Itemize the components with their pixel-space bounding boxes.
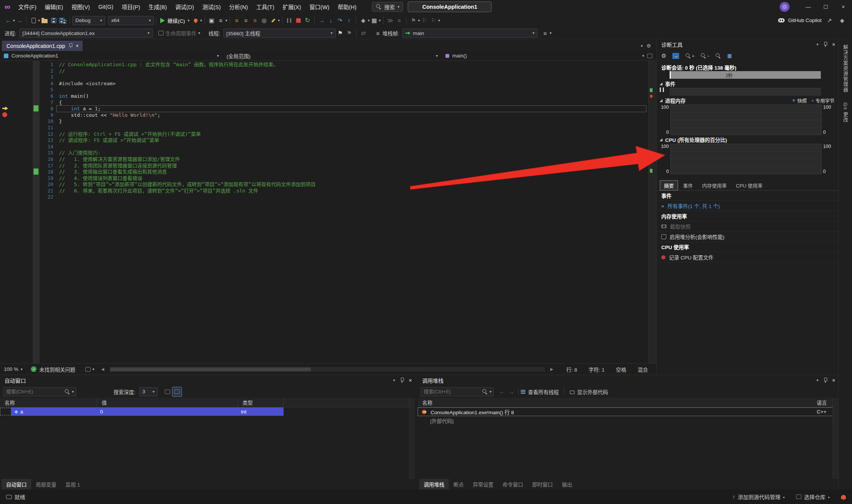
account-avatar[interactable] <box>780 2 790 12</box>
wrench-icon[interactable] <box>269 16 278 25</box>
razor-icon[interactable]: ◈ <box>359 16 368 25</box>
variable-value[interactable]: 0 <box>97 407 238 416</box>
menu-analyze[interactable]: 分析(N) <box>225 0 252 13</box>
search-options-dropdown-icon[interactable]: ▾ <box>490 390 491 394</box>
autos-row-selected[interactable]: ◆ a 0 int <box>0 407 415 416</box>
export-icon[interactable]: → <box>672 53 679 59</box>
tab-exception-settings[interactable]: 异常设置 <box>468 479 498 490</box>
call-stack-frame-current[interactable]: ConsoleApplication1.exe!main() 行 8 C++ <box>418 407 838 416</box>
scroll-left-icon[interactable]: ◀ <box>98 365 107 374</box>
menu-window[interactable]: 窗口(W) <box>305 0 333 13</box>
tools-dropdown-icon[interactable]: ▾ <box>278 19 280 22</box>
menu-git[interactable]: Git(G) <box>94 0 117 13</box>
cpu-section-header[interactable]: ◢ CPU (所有处理器的百分比) <box>657 135 838 144</box>
show-next-statement-icon[interactable]: → <box>317 16 326 25</box>
task-list-icon[interactable]: ≡ <box>250 16 260 25</box>
tab-immediate-window[interactable]: 即时窗口 <box>528 479 557 490</box>
save-all-icon[interactable] <box>58 16 67 25</box>
zoom-dropdown[interactable]: 100 %▾ <box>4 366 22 372</box>
indent-increase-icon[interactable]: ≫ <box>386 16 395 25</box>
thread-dropdown[interactable]: [35660] 主线程▾ <box>223 29 336 38</box>
call-stack-search-input[interactable] <box>423 388 480 395</box>
new-file-icon[interactable] <box>29 16 38 25</box>
stop-debugging-icon[interactable] <box>294 16 303 25</box>
notification-bell-icon[interactable] <box>841 495 846 499</box>
column-value[interactable]: 值 <box>97 398 238 407</box>
session-timeline[interactable]: 2秒 <box>670 71 821 79</box>
navigate-forward-icon[interactable]: → <box>15 16 24 25</box>
document-health-indicator[interactable]: ✓ 未找到相关问题 <box>31 366 75 373</box>
restart-icon[interactable]: ↻ <box>303 16 312 25</box>
window-position-dropdown-icon[interactable]: ▾ <box>817 43 818 46</box>
column-name[interactable]: 名称 <box>0 398 97 407</box>
pin-icon[interactable] <box>823 377 828 383</box>
events-section-header[interactable]: ◢ 事件 <box>657 79 838 88</box>
stack-options-icon[interactable]: ≡ <box>541 29 550 38</box>
sidebar-tab-solution-explorer[interactable]: 解决方案资源管理器 <box>842 45 849 92</box>
add-to-source-control-button[interactable]: ↑ 添加到源代码管理 ▴ <box>732 493 785 501</box>
window-position-dropdown-icon[interactable]: ▾ <box>393 378 395 382</box>
autos-search-box[interactable]: ▾ <box>3 387 76 396</box>
column-type[interactable]: 类型 <box>238 398 284 407</box>
bookmark-prev-icon[interactable]: ⚐ <box>420 16 429 25</box>
pin-icon[interactable] <box>400 377 404 383</box>
chart-options-icon[interactable]: ▦ <box>727 53 732 59</box>
tab-events[interactable]: 事件 <box>679 180 697 191</box>
close-tab-icon[interactable]: × <box>76 43 79 49</box>
sidebar-tab-git-changes[interactable]: Git 更改 <box>842 102 849 122</box>
open-folder-icon[interactable] <box>40 16 49 25</box>
space-indicator[interactable]: 空格 <box>616 366 626 373</box>
tab-list-dropdown-icon[interactable]: ▾ <box>641 44 643 48</box>
call-stack-frame-external[interactable]: [外部代码] <box>418 416 838 425</box>
maximize-button[interactable]: ☐ <box>817 0 834 13</box>
frame-forward-icon[interactable]: → <box>507 387 516 396</box>
tab-autos[interactable]: 自动窗口 <box>2 479 31 490</box>
flag-threads-icon[interactable]: ⚑ <box>336 29 345 38</box>
column-name[interactable]: 名称 <box>418 398 808 407</box>
frame-back-icon[interactable]: ← <box>498 387 507 396</box>
pin-tab-icon[interactable] <box>68 43 73 49</box>
search-box[interactable]: 搜索 ▾ <box>372 2 403 12</box>
select-repository-button[interactable]: 选择仓库 ▴ <box>796 493 830 501</box>
github-copilot-button[interactable]: GitHub Copilot ↗ ◈ <box>778 16 847 25</box>
tab-consoleapplication1-cpp[interactable]: ConsoleApplication1.cpp × <box>2 41 83 51</box>
tab-memory-usage[interactable]: 内存使用率 <box>698 180 731 191</box>
menu-tools[interactable]: 工具(T) <box>252 0 279 13</box>
error-list-icon[interactable]: ≡ <box>241 16 250 25</box>
step-into-icon[interactable]: ↓ <box>326 16 335 25</box>
close-panel-icon[interactable]: × <box>409 377 412 383</box>
flag-just-my-code-icon[interactable]: ⚑ <box>345 29 354 38</box>
zoom-in-icon[interactable]: + <box>685 53 694 59</box>
code-cleanup-button[interactable]: ▾ <box>85 367 94 372</box>
scroll-right-icon[interactable]: ▶ <box>547 365 556 374</box>
window-position-dropdown-icon[interactable]: ▾ <box>817 378 818 382</box>
menu-build[interactable]: 生成(B) <box>144 0 171 13</box>
menu-view[interactable]: 视图(V) <box>67 0 94 13</box>
indent-lines-icon[interactable]: ≡ <box>395 16 404 25</box>
target-icon[interactable]: ◎ <box>260 16 269 25</box>
tab-cpu-usage[interactable]: CPU 使用率 <box>732 180 767 191</box>
lifecycle-events-icon[interactable] <box>156 29 166 38</box>
hot-reload-icon[interactable] <box>191 16 200 25</box>
stack-frame-dropdown[interactable]: main▾ <box>402 29 538 38</box>
close-panel-icon[interactable]: × <box>832 41 835 48</box>
process-dropdown[interactable]: [34444] ConsoleApplication1.ex▾ <box>19 29 153 38</box>
feedback-monitor-icon[interactable] <box>6 495 12 499</box>
minimize-button[interactable]: — <box>799 0 817 13</box>
pause-events-icon[interactable] <box>660 87 664 92</box>
search-options-dropdown-icon[interactable]: ▾ <box>72 390 74 394</box>
lifecycle-events-label[interactable]: 生命周期事件 <box>166 29 196 37</box>
bookmark-more-dropdown-icon[interactable]: ▾ <box>438 19 440 22</box>
nav-scope-dropdown[interactable]: (全局范围) ▾ <box>223 51 442 60</box>
call-stack-search-box[interactable]: ▾ <box>421 387 494 396</box>
take-snapshot-button[interactable]: 截取快照 <box>657 221 838 232</box>
process-memory-section-header[interactable]: ◢ 进程内存 ▼快照 ●专用字节 <box>657 96 838 105</box>
list-members-icon[interactable]: ≡ <box>216 16 225 25</box>
pin-values-icon[interactable] <box>163 387 172 396</box>
code-editor[interactable]: 1// ConsoleApplication1.cpp : 此文件包含 “mai… <box>0 61 656 363</box>
zoom-out-icon[interactable]: − <box>700 53 709 59</box>
share-icon[interactable]: ↗ <box>825 16 834 25</box>
feedback-icon[interactable]: ◈ <box>838 16 847 25</box>
list-dropdown-icon[interactable]: ▾ <box>225 19 227 22</box>
menu-edit[interactable]: 编辑(E) <box>41 0 67 13</box>
